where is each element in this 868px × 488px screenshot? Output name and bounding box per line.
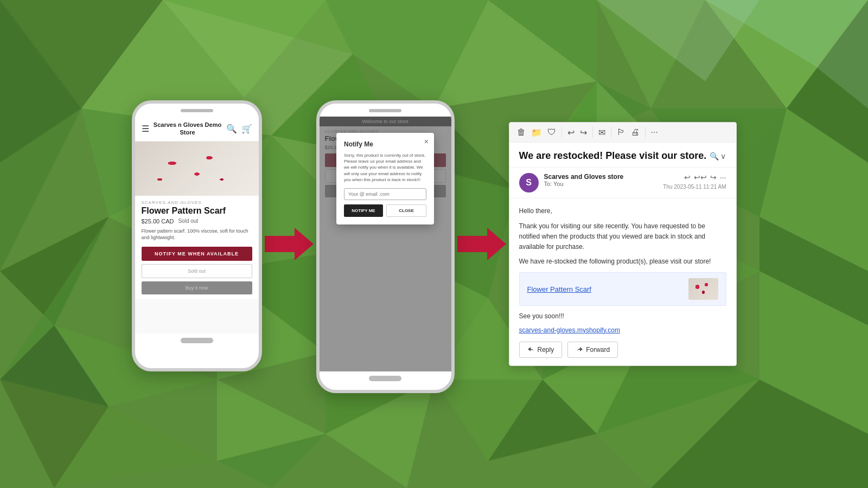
product-description: Flower pattern scarf. 100% viscose, soft… — [142, 228, 252, 241]
modal-notify-button[interactable]: NOTIFY ME — [344, 204, 383, 217]
sender-to: To: You — [544, 181, 658, 187]
product-image — [135, 142, 259, 196]
compose-icon[interactable]: ✉ — [598, 127, 605, 138]
email-body: Hello there, Thank you for visiting our … — [509, 198, 736, 365]
reply-all-icon[interactable]: ↩↩ — [694, 173, 707, 182]
menu-icon[interactable]: ☰ — [142, 124, 149, 134]
email-date: Thu 2023-05-11 11:21 AM — [663, 184, 726, 190]
sender-right: ↩ ↩↩ ↪ ··· Thu 2023-05-11 11:21 AM — [663, 173, 726, 190]
arrow-1 — [262, 225, 316, 263]
phone-2-speaker — [369, 109, 401, 112]
email-footer-actions: Reply Forward — [519, 342, 726, 358]
product-thumbnail — [688, 278, 718, 300]
header-icons: 🔍 🛒 — [226, 124, 252, 134]
sold-out-badge-1: Sold out — [178, 218, 198, 224]
notify-me-button-1[interactable]: NOTIFY ME WHEN AVAILABLE — [142, 247, 252, 261]
buy-now-button-1[interactable]: Buy it now — [142, 281, 252, 294]
modal-close-button[interactable]: CLOSE — [386, 204, 426, 217]
email-subject: We are restocked! Please visit our store… — [519, 150, 707, 162]
zoom-icon[interactable]: 🔍 ∨ — [710, 152, 726, 160]
toolbar-sep-2 — [592, 127, 593, 138]
product-name: Flower Pattern Scarf — [142, 206, 252, 216]
flag-icon[interactable]: 🏳 — [617, 127, 626, 137]
toolbar-sep-3 — [611, 127, 611, 138]
email-sender-row: S Scarves and Gloves store To: You ↩ ↩↩ … — [509, 168, 736, 198]
reply-button[interactable]: Reply — [519, 342, 563, 358]
phone-1-screen: ☰ Scarves n Gloves Demo Store 🔍 🛒 SCARVE… — [135, 117, 259, 333]
phone-2-screen: Welcome to our store SCARVES-AND-GLOVES … — [320, 117, 451, 371]
svg-marker-56 — [457, 228, 506, 260]
scarf-image — [135, 142, 259, 196]
phone-1: ☰ Scarves n Gloves Demo Store 🔍 🛒 SCARVE… — [132, 100, 262, 371]
product-info: SCARVES-AND-GLOVES Flower Pattern Scarf … — [135, 196, 259, 299]
scarf-thumbnail-img — [688, 278, 718, 300]
phone-1-speaker — [181, 109, 213, 112]
sender-avatar: S — [519, 173, 539, 192]
reply-btn-label: Reply — [538, 346, 554, 354]
svg-marker-55 — [265, 228, 314, 260]
product-price: $25.00 CAD — [142, 218, 174, 224]
undo-icon[interactable]: ↩ — [567, 127, 575, 138]
forward-btn-label: Forward — [586, 346, 610, 354]
toolbar-sep-1 — [561, 127, 562, 138]
email-greeting: Hello there, — [519, 206, 726, 216]
price-row: $25.00 CAD Sold out — [142, 218, 252, 224]
arrow-2 — [455, 225, 509, 263]
reply-btn-icon — [527, 346, 535, 354]
store-title: Scarves n Gloves Demo Store — [149, 121, 226, 137]
archive-icon[interactable]: 📁 — [531, 127, 542, 138]
main-scene: ☰ Scarves n Gloves Demo Store 🔍 🛒 SCARVE… — [0, 0, 868, 488]
phone-1-home — [181, 338, 213, 343]
forward-btn-icon — [576, 346, 583, 354]
search-icon[interactable]: 🔍 — [226, 124, 237, 134]
sender-name: Scarves and Gloves store — [544, 173, 658, 181]
reply-icon-small[interactable]: ↩ — [684, 173, 691, 182]
phone-2: Welcome to our store SCARVES-AND-GLOVES … — [316, 100, 455, 393]
sender-info: Scarves and Gloves store To: You — [544, 173, 658, 187]
toolbar-sep-4 — [645, 127, 646, 138]
notify-modal: × Notify Me Sorry, this product is curre… — [336, 133, 434, 224]
email-product-card: Flower Pattern Scarf — [519, 272, 726, 306]
store-link[interactable]: scarves-and-gloves.myshopify.com — [519, 326, 726, 334]
phone-1-header: ☰ Scarves n Gloves Demo Store 🔍 🛒 — [135, 117, 259, 142]
redo-icon[interactable]: ↪ — [580, 127, 587, 138]
email-body-2: We have re-stocked the following product… — [519, 256, 726, 267]
forward-icon-small[interactable]: ↪ — [710, 173, 717, 182]
more-icon[interactable]: ··· — [651, 127, 658, 137]
modal-email-input[interactable] — [344, 188, 426, 200]
print-icon[interactable]: 🖨 — [631, 127, 640, 137]
more-sender-icon[interactable]: ··· — [720, 173, 726, 182]
modal-body-text: Sorry, this product is currently out of … — [344, 152, 426, 183]
email-toolbar: 🗑 📁 🛡 ↩ ↪ ✉ 🏳 🖨 ··· — [509, 123, 736, 143]
trash-icon[interactable]: 🗑 — [517, 127, 526, 137]
email-body-1: Thank you for visiting our site recently… — [519, 221, 726, 253]
shield-icon[interactable]: 🛡 — [547, 127, 556, 137]
cart-icon[interactable]: 🛒 — [241, 124, 252, 134]
email-panel: 🗑 📁 🛡 ↩ ↪ ✉ 🏳 🖨 ··· We are restocked! Pl… — [509, 122, 737, 365]
product-brand: SCARVES-AND-GLOVES — [142, 200, 252, 205]
email-closing: See you soon!!! — [519, 311, 726, 322]
sender-actions: ↩ ↩↩ ↪ ··· — [684, 173, 726, 182]
email-subject-row: We are restocked! Please visit our store… — [509, 143, 736, 168]
sold-out-button-1[interactable]: Sold out — [142, 264, 252, 278]
modal-button-row: NOTIFY ME CLOSE — [344, 204, 426, 217]
phone-2-home — [369, 376, 401, 381]
email-product-link[interactable]: Flower Pattern Scarf — [527, 285, 592, 293]
modal-title: Notify Me — [344, 140, 426, 148]
modal-overlay: × Notify Me Sorry, this product is curre… — [320, 117, 451, 371]
forward-button[interactable]: Forward — [567, 342, 618, 358]
modal-close-x[interactable]: × — [424, 137, 429, 146]
